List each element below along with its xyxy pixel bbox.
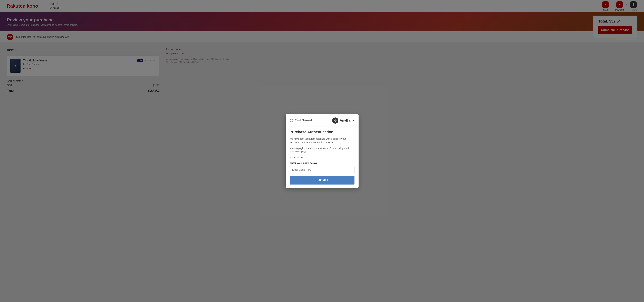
grid-dot-3 <box>290 121 291 122</box>
grid-dot-2 <box>292 119 293 120</box>
card-network-grid-icon <box>290 119 293 122</box>
anybank-logo: ◎ AnyBank <box>332 118 354 124</box>
card-network-logo: Card Network <box>290 119 312 122</box>
modal-overlay: Card Network ◎ AnyBank Purchase Authenti… <box>0 0 644 302</box>
modal-message2: You are paying Sandbox the amount of 32.… <box>290 147 354 154</box>
purchase-authentication-modal: Card Network ◎ AnyBank Purchase Authenti… <box>286 114 358 188</box>
modal-title: Purchase Authentication <box>290 130 354 134</box>
modal-body: Purchase Authentication We have sent you… <box>286 127 358 188</box>
submit-button[interactable]: SUBMIT <box>290 176 354 184</box>
anybank-label: AnyBank <box>340 119 354 122</box>
modal-otp: (OTP: 1234) <box>290 156 354 159</box>
card-network-label: Card Network <box>295 119 312 122</box>
grid-dot-1 <box>290 119 291 120</box>
anybank-icon: ◎ <box>332 118 338 124</box>
modal-message1: We have sent you a text message with a c… <box>290 137 354 145</box>
modal-code-label: Enter your code below <box>290 161 354 164</box>
code-input[interactable] <box>290 166 354 173</box>
modal-header: Card Network ◎ AnyBank <box>286 114 358 127</box>
grid-dot-4 <box>292 121 293 122</box>
